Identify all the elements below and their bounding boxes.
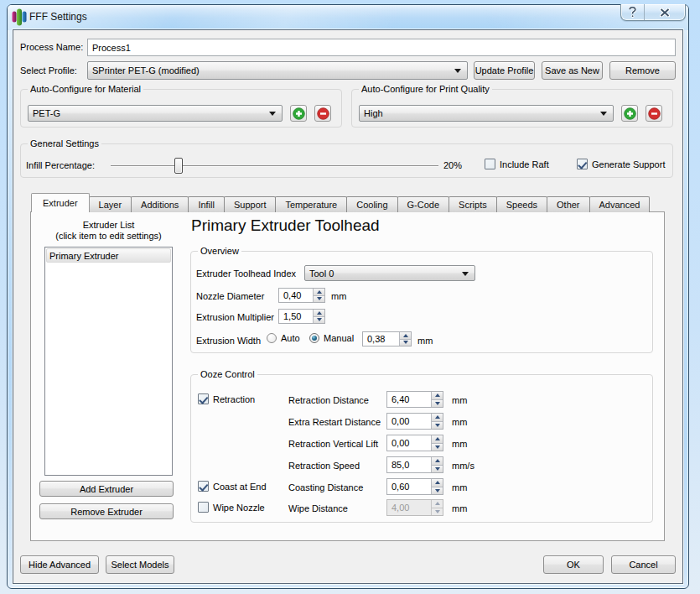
extrusion-multiplier-spinbox[interactable]: 1,50 bbox=[278, 309, 325, 324]
tab-advanced[interactable]: Advanced bbox=[589, 196, 651, 212]
coast-at-end-checkrow[interactable]: Coast at End bbox=[198, 481, 267, 492]
spin-down-button[interactable] bbox=[432, 422, 443, 430]
extra-restart-distance-spinbox[interactable]: 0,00 bbox=[386, 413, 443, 430]
tab-extruder[interactable]: Extruder bbox=[31, 193, 90, 212]
spin-down-button[interactable] bbox=[432, 466, 443, 473]
spin-up-button[interactable] bbox=[432, 479, 443, 487]
auto-radio[interactable] bbox=[267, 333, 277, 343]
coasting-distance-spinbox[interactable]: 0,60 bbox=[386, 478, 443, 495]
tab-additions[interactable]: Additions bbox=[131, 196, 189, 212]
spin-up-button[interactable] bbox=[314, 289, 324, 296]
retraction-distance-unit: mm bbox=[452, 395, 467, 405]
retraction-distance-spinbox[interactable]: 6,40 bbox=[386, 391, 443, 408]
spin-up-button[interactable] bbox=[432, 435, 443, 444]
ok-button[interactable]: OK bbox=[543, 555, 604, 574]
extrusion-multiplier-label: Extrusion Multiplier bbox=[196, 312, 274, 322]
extruder-list[interactable]: Primary Extruder bbox=[44, 247, 173, 476]
tab-infill[interactable]: Infill bbox=[188, 196, 225, 212]
tab-layer[interactable]: Layer bbox=[89, 196, 132, 212]
add-extruder-button[interactable]: Add Extruder bbox=[39, 481, 174, 497]
red-minus-icon bbox=[317, 107, 329, 120]
spin-down-button[interactable] bbox=[432, 400, 443, 408]
extrusion-width-auto-radiorow[interactable]: Auto bbox=[267, 333, 300, 343]
overview-group: Overview Extruder Toolhead Index Tool 0 … bbox=[190, 251, 653, 353]
spin-up-button bbox=[432, 500, 443, 508]
spin-down-button[interactable] bbox=[432, 487, 443, 495]
update-profile-button[interactable]: Update Profile bbox=[474, 61, 535, 80]
spin-up-button[interactable] bbox=[432, 414, 443, 422]
spin-buttons bbox=[431, 435, 443, 451]
spin-up-button[interactable] bbox=[432, 457, 443, 466]
remove-quality-button[interactable] bbox=[646, 105, 662, 122]
arrow-down-icon bbox=[435, 446, 440, 449]
tab-cooling[interactable]: Cooling bbox=[346, 196, 397, 212]
arrow-up-icon bbox=[435, 481, 440, 484]
wipe-distance-spinbox: 4,00 bbox=[386, 499, 443, 516]
retraction-checkrow[interactable]: Retraction bbox=[198, 393, 255, 404]
hide-advanced-button[interactable]: Hide Advanced bbox=[20, 555, 99, 574]
title-bar[interactable]: FFF Settings bbox=[8, 5, 688, 29]
remove-material-button[interactable] bbox=[314, 105, 331, 122]
spin-down-button[interactable] bbox=[400, 340, 411, 346]
spin-buttons bbox=[431, 500, 443, 515]
material-combo[interactable]: PET-G bbox=[28, 105, 283, 122]
retraction-checkbox[interactable] bbox=[198, 393, 209, 404]
spin-up-button[interactable] bbox=[314, 310, 324, 317]
nozzle-diameter-spinbox[interactable]: 0,40 bbox=[278, 288, 325, 303]
coast-at-end-label: Coast at End bbox=[213, 482, 267, 492]
extrusion-width-spinbox[interactable]: 0,38 bbox=[362, 331, 412, 346]
hide-advanced-label: Hide Advanced bbox=[29, 560, 91, 570]
select-profile-combo[interactable]: SPrinter PET-G (modified) bbox=[87, 61, 468, 80]
tab-other[interactable]: Other bbox=[547, 196, 590, 212]
add-extruder-label: Add Extruder bbox=[80, 484, 133, 494]
help-button[interactable] bbox=[621, 4, 645, 20]
arrow-down-icon bbox=[435, 424, 440, 427]
wipe-nozzle-checkbox[interactable] bbox=[198, 502, 209, 513]
retraction-vertical-lift-spinbox[interactable]: 0,00 bbox=[386, 435, 443, 451]
slider-handle[interactable] bbox=[174, 158, 183, 174]
manual-radio[interactable] bbox=[309, 333, 319, 343]
toolhead-index-combo[interactable]: Tool 0 bbox=[304, 265, 475, 281]
extra-restart-distance-value: 0,00 bbox=[387, 414, 431, 429]
tab-temperature[interactable]: Temperature bbox=[275, 196, 347, 212]
arrow-up-icon bbox=[435, 459, 440, 462]
generate-support-checkbox[interactable] bbox=[577, 159, 588, 169]
close-button[interactable] bbox=[645, 4, 685, 20]
process-name-input[interactable]: Process1 bbox=[87, 39, 676, 56]
tab-scripts[interactable]: Scripts bbox=[449, 196, 497, 212]
extrusion-width-manual-radiorow[interactable]: Manual bbox=[309, 333, 354, 343]
ok-label: OK bbox=[567, 560, 580, 570]
tab-gcode[interactable]: G-Code bbox=[397, 196, 450, 212]
tab-label: Layer bbox=[99, 200, 122, 210]
list-item-primary-extruder[interactable]: Primary Extruder bbox=[46, 248, 171, 263]
quality-value: High bbox=[364, 108, 383, 118]
infill-slider[interactable] bbox=[21, 144, 672, 177]
include-raft-checkrow[interactable]: Include Raft bbox=[485, 159, 549, 169]
include-raft-checkbox[interactable] bbox=[485, 159, 495, 169]
add-material-button[interactable] bbox=[290, 105, 307, 122]
tab-support[interactable]: Support bbox=[224, 196, 277, 212]
tab-speeds[interactable]: Speeds bbox=[496, 196, 547, 212]
chevron-down-icon bbox=[454, 69, 461, 73]
spin-up-button[interactable] bbox=[400, 332, 411, 340]
arrow-up-icon bbox=[435, 502, 440, 505]
spin-buttons bbox=[313, 310, 324, 323]
select-models-button[interactable]: Select Models bbox=[106, 555, 174, 574]
save-as-new-button[interactable]: Save as New bbox=[542, 61, 603, 80]
coast-at-end-checkbox[interactable] bbox=[198, 481, 209, 492]
cancel-button[interactable]: Cancel bbox=[611, 555, 676, 574]
spin-down-button[interactable] bbox=[432, 444, 443, 451]
generate-support-checkrow[interactable]: Generate Support bbox=[577, 159, 665, 169]
retraction-speed-spinbox[interactable]: 85,0 bbox=[386, 456, 443, 473]
slider-groove[interactable] bbox=[111, 165, 438, 166]
wipe-nozzle-checkrow[interactable]: Wipe Nozzle bbox=[198, 502, 265, 513]
chevron-down-icon bbox=[600, 112, 607, 116]
add-quality-button[interactable] bbox=[621, 105, 638, 122]
wipe-distance-unit: mm bbox=[452, 503, 467, 513]
quality-combo[interactable]: High bbox=[359, 105, 614, 122]
remove-extruder-button[interactable]: Remove Extruder bbox=[39, 503, 174, 519]
spin-down-button[interactable] bbox=[314, 317, 324, 324]
spin-down-button[interactable] bbox=[314, 296, 324, 303]
spin-up-button[interactable] bbox=[432, 392, 443, 400]
remove-profile-button[interactable]: Remove bbox=[609, 61, 676, 80]
